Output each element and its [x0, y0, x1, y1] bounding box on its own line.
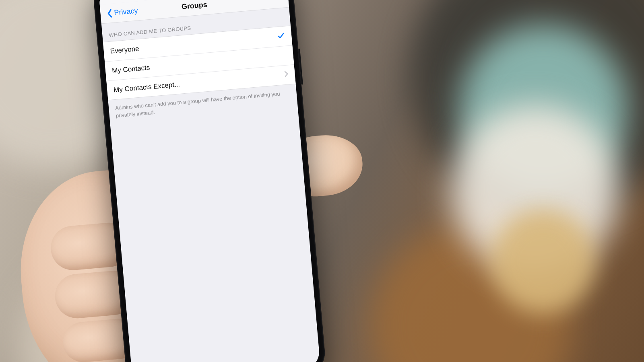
back-button[interactable]: Privacy	[104, 1, 141, 23]
chevron-left-icon	[107, 8, 113, 18]
option-label: Everyone	[110, 45, 139, 55]
phone-frame: 14:53 Privacy	[92, 0, 327, 362]
phone-screen: 14:53 Privacy	[98, 0, 321, 362]
photo-stage: 14:53 Privacy	[44, 0, 391, 362]
back-label: Privacy	[114, 6, 138, 17]
checkmark-icon	[277, 31, 285, 42]
page-title: Groups	[181, 0, 208, 11]
option-label: My Contacts Except...	[113, 80, 180, 94]
option-label: My Contacts	[111, 64, 150, 75]
chevron-right-icon	[284, 70, 289, 79]
